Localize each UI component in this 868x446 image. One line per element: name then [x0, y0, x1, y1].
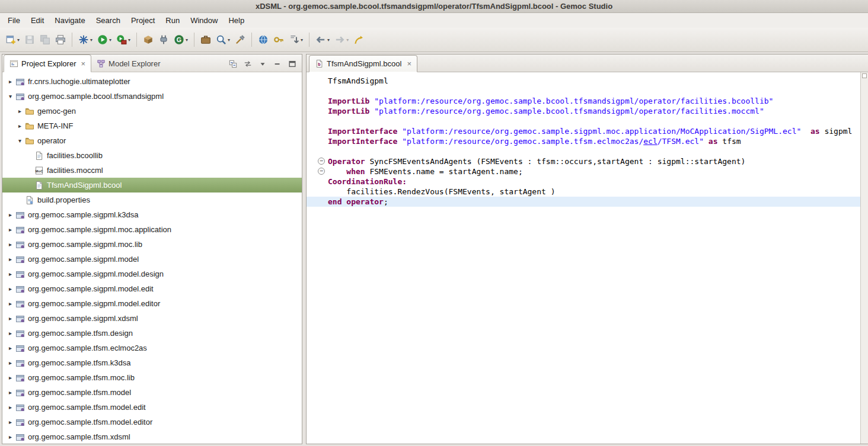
- editor-tab-close-icon[interactable]: ×: [407, 60, 411, 68]
- tree-item-org-gemoc-sample-sigpml-model-edit[interactable]: ▸org.gemoc.sample.sigpml.model.edit: [2, 281, 302, 296]
- tree-item-facilities-bcoollib[interactable]: facilities.bcoollib: [2, 148, 302, 163]
- launch-gemoc-engine-button[interactable]: ▾: [76, 31, 94, 49]
- collapse-all-icon[interactable]: [229, 60, 237, 68]
- tree-item-tfsmandsigpml-bcool[interactable]: TfsmAndSigpml.bcool: [2, 178, 302, 192]
- view-tab-model-explorer[interactable]: Model Explorer: [91, 56, 165, 72]
- tree-item-org-gemoc-sample-sigpml-model-design[interactable]: ▸org.gemoc.sample.sigpml.model.design: [2, 267, 302, 281]
- search-button[interactable]: ▾: [214, 31, 232, 49]
- next-annotation-button[interactable]: ▾: [287, 31, 305, 49]
- new-wizard-button[interactable]: ▾: [4, 31, 21, 49]
- tree-item-org-gemoc-sample-tfsm-design[interactable]: ▸org.gemoc.sample.tfsm.design: [2, 326, 302, 341]
- menu-help[interactable]: Help: [223, 14, 250, 27]
- tree-item-org-gemoc-sample-tfsm-model[interactable]: ▸org.gemoc.sample.tfsm.model: [2, 385, 302, 400]
- new-class-button[interactable]: G▾: [172, 31, 190, 49]
- dropdown-arrow-icon[interactable]: ▾: [90, 37, 92, 43]
- new-package-button[interactable]: [141, 31, 155, 49]
- collapse-fold-icon[interactable]: −: [318, 158, 325, 165]
- tree-item-org-gemoc-sample-sigpml-moc-application[interactable]: ▸org.gemoc.sample.sigpml.moc.application: [2, 222, 302, 237]
- expand-arrow-icon[interactable]: ▸: [6, 404, 15, 410]
- tree-item-org-gemoc-sample-sigpml-model-editor[interactable]: ▸org.gemoc.sample.sigpml.model.editor: [2, 296, 302, 311]
- tree-item-org-gemoc-sample-tfsm-xdsml[interactable]: ▸org.gemoc.sample.tfsm.xdsml: [2, 429, 302, 444]
- view-menu-icon[interactable]: [259, 60, 267, 68]
- minimize-icon[interactable]: [273, 60, 282, 68]
- menu-file[interactable]: File: [2, 14, 25, 27]
- tree-item-org-gemoc-sample-sigpml-moc-lib[interactable]: ▸org.gemoc.sample.sigpml.moc.lib: [2, 237, 302, 252]
- expand-arrow-icon[interactable]: ▸: [6, 256, 15, 262]
- tree-item-facilities-moccml[interactable]: MoCfacilities.moccml: [2, 163, 302, 178]
- menu-navigate[interactable]: Navigate: [49, 14, 90, 27]
- maximize-icon[interactable]: [288, 60, 296, 68]
- new-plugin-button[interactable]: [157, 31, 171, 49]
- expand-arrow-icon[interactable]: ▸: [6, 241, 15, 248]
- tree-item-org-gemoc-sample-tfsm-k3dsa[interactable]: ▸org.gemoc.sample.tfsm.k3dsa: [2, 355, 302, 370]
- menu-edit[interactable]: Edit: [25, 14, 49, 27]
- external-tools-button[interactable]: ▾: [114, 31, 132, 49]
- tree-item-org-gemoc-sample-tfsm-moc-lib[interactable]: ▸org.gemoc.sample.tfsm.moc.lib: [2, 370, 302, 385]
- access-keys-button[interactable]: [272, 31, 286, 49]
- expand-arrow-icon[interactable]: ▸: [6, 315, 15, 322]
- dropdown-arrow-icon[interactable]: ▾: [301, 37, 303, 43]
- expand-arrow-icon[interactable]: ▸: [6, 271, 15, 277]
- collapse-fold-icon[interactable]: −: [318, 168, 325, 175]
- external-tools-icon: [116, 34, 127, 45]
- tree-item-org-gemoc-sample-sigpml-model[interactable]: ▸org.gemoc.sample.sigpml.model: [2, 252, 302, 267]
- back-button[interactable]: ▾: [314, 31, 331, 49]
- editor-tab-tfsmandsigpml[interactable]: b TfsmAndSigpml.bcool ×: [309, 55, 417, 72]
- dropdown-arrow-icon[interactable]: ▾: [228, 37, 230, 43]
- tree-item-fr-cnrs-luchogie-ultimateplotter[interactable]: ▸fr.cnrs.luchogie.ultimateplotter: [2, 74, 302, 89]
- project-icon: [15, 403, 25, 412]
- overview-ruler[interactable]: [860, 72, 868, 444]
- expand-arrow-icon[interactable]: ▸: [6, 226, 15, 233]
- link-with-editor-icon[interactable]: [244, 60, 252, 68]
- dropdown-arrow-icon[interactable]: ▾: [346, 37, 349, 43]
- annotation-criteria-box[interactable]: [862, 73, 867, 78]
- expand-arrow-icon[interactable]: ▸: [6, 285, 15, 292]
- expand-arrow-icon[interactable]: ▸: [6, 374, 15, 381]
- dropdown-arrow-icon[interactable]: ▾: [327, 37, 330, 43]
- dropdown-arrow-icon[interactable]: ▾: [109, 37, 111, 43]
- last-edit-location-button[interactable]: [352, 31, 366, 49]
- code-area[interactable]: TfsmAndSigpml ImportLib "platform:/resou…: [307, 72, 860, 444]
- tree-item-meta-inf[interactable]: ▸META-INF: [2, 118, 302, 133]
- expand-arrow-icon[interactable]: ▸: [6, 300, 15, 307]
- expand-arrow-icon[interactable]: ▸: [6, 360, 15, 366]
- view-tab-close-icon[interactable]: ×: [81, 60, 85, 68]
- open-web-browser-button[interactable]: [256, 31, 270, 49]
- tree-item-operator[interactable]: ▾operator: [2, 133, 302, 148]
- tree-item-gemoc-gen[interactable]: ▸gemoc-gen: [2, 104, 302, 118]
- print-button[interactable]: [53, 31, 68, 49]
- expand-arrow-icon[interactable]: ▸: [15, 108, 24, 114]
- collapse-arrow-icon[interactable]: ▾: [15, 137, 24, 144]
- build-button[interactable]: [233, 31, 247, 49]
- menu-window[interactable]: Window: [185, 14, 223, 27]
- collapse-arrow-icon[interactable]: ▾: [6, 93, 15, 100]
- globe-icon: [258, 34, 269, 45]
- dropdown-arrow-icon[interactable]: ▾: [128, 37, 130, 43]
- expand-arrow-icon[interactable]: ▸: [6, 389, 15, 396]
- tree-item-org-gemoc-sample-bcool-tfsmandsigpml[interactable]: ▾org.gemoc.sample.bcool.tfsmandsigpml: [2, 89, 302, 104]
- expand-arrow-icon[interactable]: ▸: [15, 123, 24, 129]
- tree-item-org-gemoc-sample-tfsm-eclmoc2as[interactable]: ▸org.gemoc.sample.tfsm.eclmoc2as: [2, 341, 302, 355]
- menu-search[interactable]: Search: [91, 14, 126, 27]
- code-line-4: ImportLib "platform:/resource/org.gemoc.…: [307, 106, 860, 116]
- view-tab-project-explorer[interactable]: Project Explorer×: [4, 54, 91, 72]
- expand-arrow-icon[interactable]: ▸: [6, 434, 15, 440]
- menu-project[interactable]: Project: [126, 14, 160, 27]
- dropdown-arrow-icon[interactable]: ▾: [17, 37, 20, 43]
- dropdown-arrow-icon[interactable]: ▾: [186, 37, 188, 43]
- expand-arrow-icon[interactable]: ▸: [6, 419, 15, 425]
- expand-arrow-icon[interactable]: ▸: [6, 345, 15, 351]
- project-icon: [15, 210, 25, 220]
- code-line-2: [307, 86, 860, 96]
- tree-item-org-gemoc-sample-sigpml-k3dsa[interactable]: ▸org.gemoc.sample.sigpml.k3dsa: [2, 207, 302, 222]
- tree-item-org-gemoc-sample-sigpml-xdsml[interactable]: ▸org.gemoc.sample.sigpml.xdsml: [2, 311, 302, 326]
- expand-arrow-icon[interactable]: ▸: [6, 211, 15, 218]
- run-button[interactable]: ▾: [95, 31, 113, 49]
- tree-item-org-gemoc-sample-tfsm-model-editor[interactable]: ▸org.gemoc.sample.tfsm.model.editor: [2, 415, 302, 429]
- expand-arrow-icon[interactable]: ▸: [6, 78, 15, 85]
- open-element-button[interactable]: [199, 31, 213, 49]
- expand-arrow-icon[interactable]: ▸: [6, 330, 15, 336]
- tree-item-org-gemoc-sample-tfsm-model-edit[interactable]: ▸org.gemoc.sample.tfsm.model.edit: [2, 400, 302, 415]
- tree-item-build-properties[interactable]: build.properties: [2, 192, 302, 207]
- menu-run[interactable]: Run: [160, 14, 185, 27]
